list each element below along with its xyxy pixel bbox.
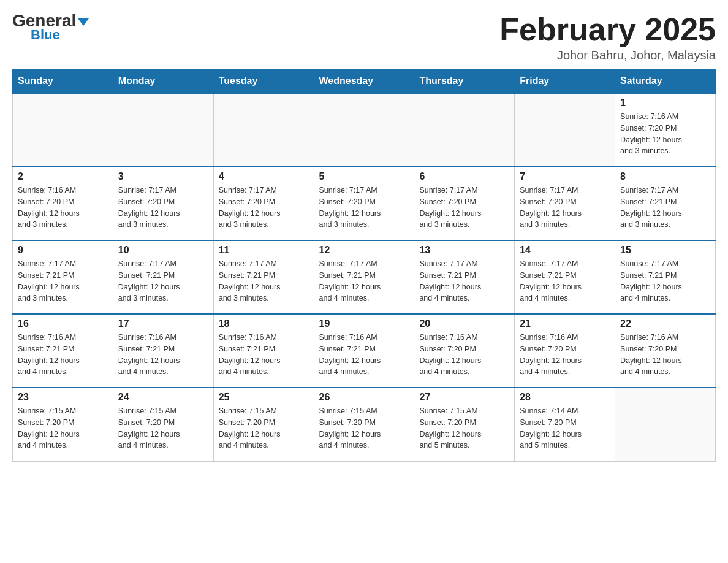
calendar-cell: 16Sunrise: 7:16 AM Sunset: 7:21 PM Dayli… <box>13 314 113 388</box>
day-number: 5 <box>319 171 409 182</box>
calendar-header-friday: Friday <box>515 69 615 94</box>
day-info: Sunrise: 7:17 AM Sunset: 7:21 PM Dayligh… <box>419 258 509 304</box>
calendar-cell: 15Sunrise: 7:17 AM Sunset: 7:21 PM Dayli… <box>615 240 716 314</box>
calendar-week-2: 2Sunrise: 7:16 AM Sunset: 7:20 PM Daylig… <box>13 167 716 240</box>
calendar-cell: 26Sunrise: 7:15 AM Sunset: 7:20 PM Dayli… <box>314 388 414 461</box>
day-number: 11 <box>219 245 309 256</box>
calendar-header-tuesday: Tuesday <box>213 69 314 94</box>
day-info: Sunrise: 7:17 AM Sunset: 7:21 PM Dayligh… <box>620 258 710 304</box>
day-info: Sunrise: 7:16 AM Sunset: 7:20 PM Dayligh… <box>18 185 108 231</box>
calendar-cell <box>213 93 314 167</box>
calendar-cell: 13Sunrise: 7:17 AM Sunset: 7:21 PM Dayli… <box>414 240 515 314</box>
calendar-cell: 25Sunrise: 7:15 AM Sunset: 7:20 PM Dayli… <box>213 388 314 461</box>
page-header: General Blue February 2025 Johor Bahru, … <box>12 12 716 63</box>
day-info: Sunrise: 7:17 AM Sunset: 7:20 PM Dayligh… <box>118 185 208 231</box>
day-number: 1 <box>620 98 710 109</box>
day-info: Sunrise: 7:16 AM Sunset: 7:21 PM Dayligh… <box>319 332 409 378</box>
day-number: 13 <box>419 245 509 256</box>
day-info: Sunrise: 7:17 AM Sunset: 7:20 PM Dayligh… <box>319 185 409 231</box>
day-number: 15 <box>620 245 710 256</box>
day-info: Sunrise: 7:16 AM Sunset: 7:20 PM Dayligh… <box>520 332 610 378</box>
calendar-cell: 7Sunrise: 7:17 AM Sunset: 7:20 PM Daylig… <box>515 167 615 240</box>
month-title: February 2025 <box>499 12 716 47</box>
logo-blue-text: Blue <box>31 27 60 43</box>
calendar-cell: 24Sunrise: 7:15 AM Sunset: 7:20 PM Dayli… <box>113 388 213 461</box>
calendar-header-row: SundayMondayTuesdayWednesdayThursdayFrid… <box>13 69 716 94</box>
day-info: Sunrise: 7:17 AM Sunset: 7:20 PM Dayligh… <box>219 185 309 231</box>
calendar-cell: 22Sunrise: 7:16 AM Sunset: 7:20 PM Dayli… <box>615 314 716 388</box>
calendar-cell: 23Sunrise: 7:15 AM Sunset: 7:20 PM Dayli… <box>13 388 113 461</box>
calendar-cell: 28Sunrise: 7:14 AM Sunset: 7:20 PM Dayli… <box>515 388 615 461</box>
day-number: 26 <box>319 392 409 403</box>
day-number: 22 <box>620 318 710 329</box>
calendar-week-4: 16Sunrise: 7:16 AM Sunset: 7:21 PM Dayli… <box>13 314 716 388</box>
day-info: Sunrise: 7:17 AM Sunset: 7:21 PM Dayligh… <box>118 258 208 304</box>
day-number: 14 <box>520 245 610 256</box>
day-info: Sunrise: 7:16 AM Sunset: 7:20 PM Dayligh… <box>620 332 710 378</box>
day-number: 6 <box>419 171 509 182</box>
calendar-body: 1Sunrise: 7:16 AM Sunset: 7:20 PM Daylig… <box>13 93 716 461</box>
calendar-cell <box>515 93 615 167</box>
calendar-cell: 11Sunrise: 7:17 AM Sunset: 7:21 PM Dayli… <box>213 240 314 314</box>
day-number: 24 <box>118 392 208 403</box>
calendar-cell: 6Sunrise: 7:17 AM Sunset: 7:20 PM Daylig… <box>414 167 515 240</box>
day-number: 20 <box>419 318 509 329</box>
calendar-cell: 9Sunrise: 7:17 AM Sunset: 7:21 PM Daylig… <box>13 240 113 314</box>
day-number: 17 <box>118 318 208 329</box>
day-info: Sunrise: 7:15 AM Sunset: 7:20 PM Dayligh… <box>419 405 509 451</box>
day-number: 21 <box>520 318 610 329</box>
calendar-cell: 17Sunrise: 7:16 AM Sunset: 7:21 PM Dayli… <box>113 314 213 388</box>
calendar-header-thursday: Thursday <box>414 69 515 94</box>
calendar-week-5: 23Sunrise: 7:15 AM Sunset: 7:20 PM Dayli… <box>13 388 716 461</box>
day-number: 23 <box>18 392 108 403</box>
day-number: 10 <box>118 245 208 256</box>
day-number: 12 <box>319 245 409 256</box>
calendar-cell: 2Sunrise: 7:16 AM Sunset: 7:20 PM Daylig… <box>13 167 113 240</box>
calendar-header-sunday: Sunday <box>13 69 113 94</box>
day-info: Sunrise: 7:17 AM Sunset: 7:21 PM Dayligh… <box>520 258 610 304</box>
day-info: Sunrise: 7:17 AM Sunset: 7:20 PM Dayligh… <box>520 185 610 231</box>
location-text: Johor Bahru, Johor, Malaysia <box>499 48 716 63</box>
logo-triangle-icon <box>78 18 89 26</box>
calendar-cell <box>414 93 515 167</box>
day-info: Sunrise: 7:16 AM Sunset: 7:20 PM Dayligh… <box>620 111 710 157</box>
calendar-week-3: 9Sunrise: 7:17 AM Sunset: 7:21 PM Daylig… <box>13 240 716 314</box>
logo: General Blue <box>12 12 89 43</box>
calendar-cell: 4Sunrise: 7:17 AM Sunset: 7:20 PM Daylig… <box>213 167 314 240</box>
day-info: Sunrise: 7:16 AM Sunset: 7:21 PM Dayligh… <box>118 332 208 378</box>
calendar-cell: 1Sunrise: 7:16 AM Sunset: 7:20 PM Daylig… <box>615 93 716 167</box>
calendar-table: SundayMondayTuesdayWednesdayThursdayFrid… <box>12 69 716 462</box>
day-info: Sunrise: 7:16 AM Sunset: 7:21 PM Dayligh… <box>18 332 108 378</box>
day-number: 27 <box>419 392 509 403</box>
day-info: Sunrise: 7:14 AM Sunset: 7:20 PM Dayligh… <box>520 405 610 451</box>
day-number: 25 <box>219 392 309 403</box>
day-number: 9 <box>18 245 108 256</box>
calendar-cell: 8Sunrise: 7:17 AM Sunset: 7:21 PM Daylig… <box>615 167 716 240</box>
day-info: Sunrise: 7:16 AM Sunset: 7:21 PM Dayligh… <box>219 332 309 378</box>
calendar-header-wednesday: Wednesday <box>314 69 414 94</box>
title-section: February 2025 Johor Bahru, Johor, Malays… <box>499 12 716 63</box>
day-number: 16 <box>18 318 108 329</box>
day-info: Sunrise: 7:15 AM Sunset: 7:20 PM Dayligh… <box>319 405 409 451</box>
calendar-cell: 3Sunrise: 7:17 AM Sunset: 7:20 PM Daylig… <box>113 167 213 240</box>
calendar-header: SundayMondayTuesdayWednesdayThursdayFrid… <box>13 69 716 94</box>
day-number: 18 <box>219 318 309 329</box>
calendar-cell: 5Sunrise: 7:17 AM Sunset: 7:20 PM Daylig… <box>314 167 414 240</box>
day-info: Sunrise: 7:15 AM Sunset: 7:20 PM Dayligh… <box>18 405 108 451</box>
day-info: Sunrise: 7:16 AM Sunset: 7:20 PM Dayligh… <box>419 332 509 378</box>
calendar-cell: 19Sunrise: 7:16 AM Sunset: 7:21 PM Dayli… <box>314 314 414 388</box>
calendar-header-monday: Monday <box>113 69 213 94</box>
day-info: Sunrise: 7:15 AM Sunset: 7:20 PM Dayligh… <box>219 405 309 451</box>
day-info: Sunrise: 7:17 AM Sunset: 7:20 PM Dayligh… <box>419 185 509 231</box>
day-info: Sunrise: 7:17 AM Sunset: 7:21 PM Dayligh… <box>319 258 409 304</box>
calendar-cell <box>13 93 113 167</box>
day-info: Sunrise: 7:15 AM Sunset: 7:20 PM Dayligh… <box>118 405 208 451</box>
day-info: Sunrise: 7:17 AM Sunset: 7:21 PM Dayligh… <box>620 185 710 231</box>
day-info: Sunrise: 7:17 AM Sunset: 7:21 PM Dayligh… <box>219 258 309 304</box>
day-number: 8 <box>620 171 710 182</box>
calendar-cell: 12Sunrise: 7:17 AM Sunset: 7:21 PM Dayli… <box>314 240 414 314</box>
day-info: Sunrise: 7:17 AM Sunset: 7:21 PM Dayligh… <box>18 258 108 304</box>
calendar-cell: 14Sunrise: 7:17 AM Sunset: 7:21 PM Dayli… <box>515 240 615 314</box>
calendar-cell: 18Sunrise: 7:16 AM Sunset: 7:21 PM Dayli… <box>213 314 314 388</box>
calendar-cell: 21Sunrise: 7:16 AM Sunset: 7:20 PM Dayli… <box>515 314 615 388</box>
